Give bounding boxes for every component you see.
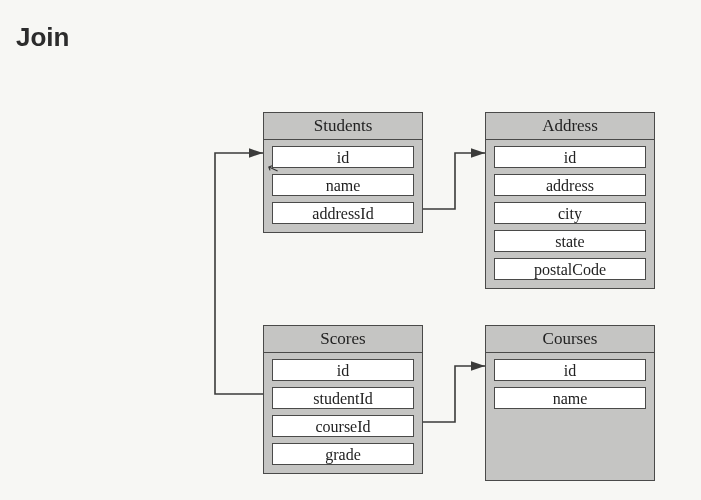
field-students-name: name [272,174,414,196]
field-scores-courseid: courseId [272,415,414,437]
field-students-id: id [272,146,414,168]
field-scores-grade: grade [272,443,414,465]
table-courses-title: Courses [486,326,654,353]
table-scores-title: Scores [264,326,422,353]
field-scores-studentid: studentId [272,387,414,409]
field-address-id: id [494,146,646,168]
table-address: Address id address city state postalCode [485,112,655,289]
relation-scores-courses [423,366,485,422]
page-title: Join [16,22,69,53]
field-students-addressid: addressId [272,202,414,224]
field-address-city: city [494,202,646,224]
field-address-address: address [494,174,646,196]
table-students: Students id name addressId [263,112,423,233]
field-address-state: state [494,230,646,252]
field-address-postalcode: postalCode [494,258,646,280]
field-scores-id: id [272,359,414,381]
table-courses: Courses id name [485,325,655,481]
table-students-title: Students [264,113,422,140]
field-courses-name: name [494,387,646,409]
relation-scores-students [215,153,263,394]
field-courses-id: id [494,359,646,381]
table-address-title: Address [486,113,654,140]
table-scores: Scores id studentId courseId grade [263,325,423,474]
relation-students-address [423,153,485,209]
